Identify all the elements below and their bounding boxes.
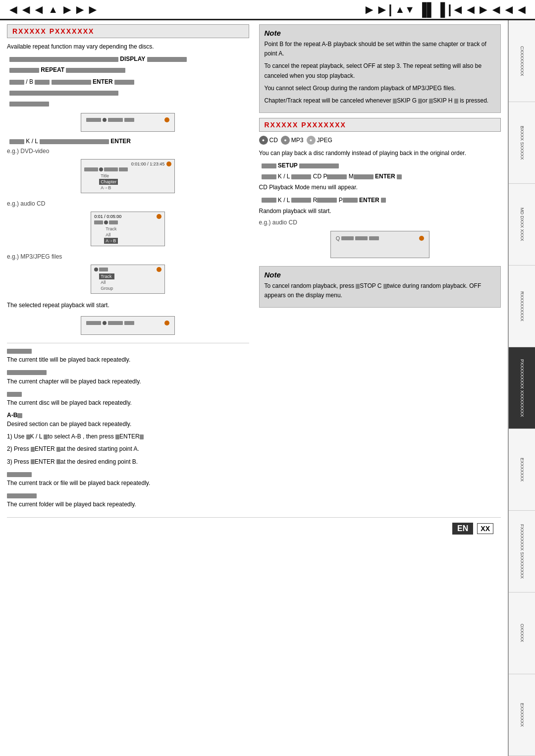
skip-back-icon[interactable]: ◄◄◄: [7, 3, 45, 16]
en-label: EN: [452, 523, 473, 535]
pause-icon[interactable]: ▐▌▐: [418, 3, 445, 16]
setup-keyword: SETUP: [278, 162, 299, 169]
screen-mockup-1: [81, 113, 175, 132]
top-nav-bar: ◄◄◄ ▲ ►►► ►►| ▲▼ ▐▌▐ |◄◄►◄◄◄: [0, 0, 535, 20]
title-label: [7, 347, 249, 354]
step2-redacted-3: [52, 80, 91, 85]
step1-redacted-2: [147, 57, 187, 62]
note-box-2: Note To cancel random playback, press ST…: [259, 266, 501, 308]
ab-label: A-B: [7, 412, 249, 419]
tab-5[interactable]: EXXXXXXX: [509, 429, 535, 511]
note1-line3: You cannot select Group during the rando…: [265, 84, 496, 93]
step2-desc2: [7, 99, 249, 108]
prev-chapter-icon[interactable]: |◄◄►◄◄◄: [448, 3, 528, 16]
screen-cd: 0:01 / 0:05:00 Track: [91, 212, 165, 246]
note1-line2: To cancel the repeat playback, select OF…: [265, 61, 496, 80]
mp3-label: MP3: [291, 137, 304, 144]
tab-1[interactable]: BXXXX SXXXXX: [509, 102, 535, 184]
tab-4-active[interactable]: PXXXXXXXXX XXXXXXXXX: [509, 347, 535, 429]
tab-6[interactable]: FXXXXXXXX SXXXXXXXX: [509, 511, 535, 593]
chapter-redacted: [7, 370, 47, 375]
full-page: ◄◄◄ ▲ ►►► ►►| ▲▼ ▐▌▐ |◄◄►◄◄◄ RXXXXX PXXX…: [0, 0, 535, 756]
note2-title: Note: [265, 270, 496, 279]
step1-redacted-4: [66, 68, 125, 73]
screen-dvd: 0:01:00 / 1:23:45 Ti: [81, 159, 175, 193]
random-example-label: e.g.) audio CD: [259, 219, 501, 226]
step2-redacted-1: [9, 80, 24, 85]
content-area: RXXXXX PXXXXXXX Available repeat functio…: [0, 20, 508, 756]
random-step3-desc: Random playback will start.: [259, 207, 501, 216]
tab-2[interactable]: MD DXXX XXXX: [509, 184, 535, 266]
divider-1: [7, 343, 249, 343]
note-box-1: Note Point B for the repeat A-B playback…: [259, 24, 501, 113]
ab-step3: 3) Press ENTER at the desired ending poi…: [7, 457, 249, 467]
tab-8[interactable]: EXXXXXXX: [509, 674, 535, 756]
cd-label: CD: [269, 137, 278, 144]
random-step2: K / L CD P M ENTER: [259, 172, 501, 181]
example-mp3-label: e.g.) MP3/JPEG files: [7, 253, 249, 260]
group-label: [7, 492, 249, 499]
title-desc: The current title will be played back re…: [7, 355, 249, 365]
page-number: XX: [477, 523, 493, 534]
all-label: [7, 390, 249, 397]
random-step1: SETUP: [259, 161, 501, 170]
dvd-menu-ab: A→B: [99, 185, 118, 191]
screen-final: [81, 316, 175, 335]
next-chapter-icon[interactable]: ►►|: [363, 3, 392, 16]
cd-menu-ab: A→B: [104, 238, 118, 244]
random-intro: You can play back a disc randomly instea…: [259, 149, 501, 158]
note1-line1: Point B for the repeat A-B playback shou…: [265, 40, 496, 58]
step3-enter: ENTER: [110, 138, 131, 145]
step2-desc: [7, 88, 249, 97]
skip-fwd-icon[interactable]: ►►►: [61, 3, 99, 16]
up-icon[interactable]: ▲: [48, 4, 58, 14]
tab-3[interactable]: RXXXXXXXXX: [509, 266, 535, 347]
jpeg-label: JPEG: [317, 137, 332, 144]
screen-random-cd: Q: [330, 231, 429, 258]
step2-desc-redacted: [9, 91, 118, 96]
selected-repeat-text: The selected repeat playback will start.: [7, 301, 249, 310]
step3-redacted-1: [9, 139, 24, 144]
random-playback-header: RXXXXX PXXXXXXX: [259, 118, 501, 132]
dvd-time: 0:01:00 / 1:23:45: [131, 162, 165, 166]
dvd-menu-title: Title: [99, 173, 118, 179]
left-column: RXXXXX PXXXXXXX Available repeat functio…: [7, 24, 249, 512]
cd-menu-all: All: [104, 232, 118, 238]
track-redacted: [7, 472, 32, 477]
step1-repeat-keyword: REPEAT: [41, 66, 66, 73]
step2-line: / B ENTER: [7, 77, 249, 86]
random-header-text: RXXXXX PXXXXXXX: [265, 121, 346, 129]
step1-display-keyword: DISPLAY: [120, 55, 147, 62]
jpeg-icon: ● JPEG: [307, 136, 332, 145]
cd-icon: ● CD: [259, 136, 278, 145]
note2-line1: To cancel random playback, press STOP C …: [265, 281, 496, 300]
bold-labels-section: The current title will be played back re…: [7, 347, 249, 509]
tab-7[interactable]: OXXXXX: [509, 593, 535, 674]
track-desc: The current track or file will be played…: [7, 479, 249, 488]
intro-text: Available repeat function may vary depen…: [7, 42, 249, 52]
step2-desc2-redacted: [9, 102, 49, 107]
step3-line: K / L ENTER: [7, 137, 249, 146]
en-badge-area: EN XX: [7, 517, 501, 540]
note1-title: Note: [265, 29, 496, 37]
note1-line4: Chapter/Track repeat will be canceled wh…: [265, 96, 496, 106]
ab-desc: Desired section can be played back repea…: [7, 420, 249, 429]
dvd-menu-chapter: Chapter: [99, 179, 118, 185]
tab-0[interactable]: CXXXXXXXXX: [509, 20, 535, 102]
page-body: RXXXXX PXXXXXXX Available repeat functio…: [0, 20, 535, 756]
mp3-icon: ● MP3: [281, 136, 304, 145]
chapter-desc: The current chapter will be played back …: [7, 377, 249, 386]
group-redacted: [7, 493, 37, 498]
step2-redacted-2: [35, 80, 50, 85]
right-tabs: CXXXXXXXXX BXXXX SXXXXX MD DXXX XXXX RXX…: [508, 20, 535, 756]
title-redacted: [7, 349, 32, 354]
step1-line2: REPEAT: [7, 65, 249, 74]
updown-icon[interactable]: ▲▼: [395, 4, 415, 14]
random-step2-desc: CD Playback Mode menu will appear.: [259, 183, 501, 192]
ab-step2: 2) Press ENTER at the desired starting p…: [7, 444, 249, 454]
step1-redacted-1: [9, 57, 118, 62]
mp3-menu-all: All: [99, 279, 114, 285]
cd-menu-track: Track: [104, 226, 118, 232]
two-column-layout: RXXXXX PXXXXXXX Available repeat functio…: [7, 24, 501, 512]
screen-mp3: Track All Group: [91, 265, 165, 294]
